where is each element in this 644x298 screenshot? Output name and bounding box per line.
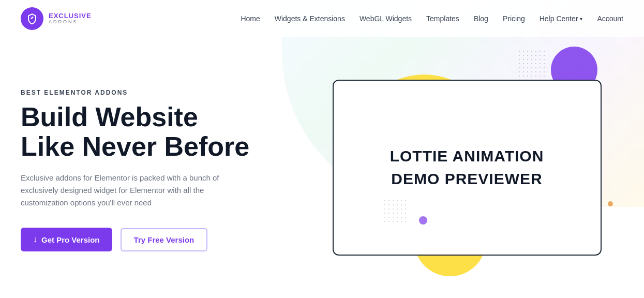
nav-item-help[interactable]: Help Center ▾ — [540, 14, 583, 23]
try-free-label: Try Free Version — [134, 235, 194, 244]
nav-item-blog[interactable]: Blog — [474, 14, 488, 23]
download-icon: ↓ — [33, 235, 37, 244]
hero-eyebrow: BEST ELEMENTOR ADDONS — [21, 89, 290, 96]
nav-link-account[interactable]: Account — [597, 14, 623, 23]
nav-link-widgets[interactable]: Widgets & Extensions — [275, 14, 345, 23]
logo-text: EXCLUSIVE ADDONS — [49, 12, 92, 25]
nav-item-widgets[interactable]: Widgets & Extensions — [275, 14, 345, 23]
get-pro-button[interactable]: ↓ Get Pro Version — [21, 228, 112, 251]
logo-icon — [21, 7, 43, 30]
hero-subtext: Exclusive addons for Elementor is packed… — [21, 172, 248, 209]
main-content: BEST ELEMENTOR ADDONS Build Website Like… — [0, 37, 644, 298]
nav-item-account[interactable]: Account — [597, 14, 623, 23]
nav-item-pricing[interactable]: Pricing — [503, 14, 525, 23]
logo[interactable]: EXCLUSIVE ADDONS — [21, 7, 92, 30]
logo-name: EXCLUSIVE — [49, 12, 92, 20]
nav-link-blog[interactable]: Blog — [474, 14, 488, 23]
decorative-purple-dot — [419, 216, 427, 225]
try-free-button[interactable]: Try Free Version — [121, 228, 208, 251]
logo-svg — [26, 12, 38, 25]
demo-preview-box: LOTTIE ANIMATION DEMO PREVIEWER — [333, 80, 602, 256]
nav-link-webgl[interactable]: WebGL Widgets — [360, 14, 412, 23]
hero-left: BEST ELEMENTOR ADDONS Build Website Like… — [21, 84, 290, 251]
nav-links: Home Widgets & Extensions WebGL Widgets … — [241, 14, 623, 23]
hero-headline: Build Website Like Never Before — [21, 102, 290, 161]
chevron-down-icon: ▾ — [580, 16, 582, 22]
navbar: EXCLUSIVE ADDONS Home Widgets & Extensio… — [0, 0, 644, 37]
nav-link-templates[interactable]: Templates — [426, 14, 459, 23]
hero-right: LOTTIE ANIMATION DEMO PREVIEWER — [310, 80, 623, 256]
headline-line2: Like Never Before — [21, 131, 249, 161]
nav-item-templates[interactable]: Templates — [426, 14, 459, 23]
nav-link-home[interactable]: Home — [241, 14, 260, 23]
logo-tagline: ADDONS — [49, 20, 92, 25]
decorative-dots-bottom — [383, 199, 409, 225]
demo-title-line1: LOTTIE ANIMATION — [390, 147, 544, 165]
cta-buttons: ↓ Get Pro Version Try Free Version — [21, 228, 290, 251]
nav-link-help[interactable]: Help Center ▾ — [540, 14, 583, 23]
nav-item-webgl[interactable]: WebGL Widgets — [360, 14, 412, 23]
demo-title-line2: DEMO PREVIEWER — [391, 170, 542, 188]
decorative-gold-dot — [608, 201, 613, 206]
nav-link-pricing[interactable]: Pricing — [503, 14, 525, 23]
get-pro-label: Get Pro Version — [41, 235, 100, 244]
nav-item-home[interactable]: Home — [241, 14, 260, 23]
headline-line1: Build Website — [21, 102, 198, 132]
